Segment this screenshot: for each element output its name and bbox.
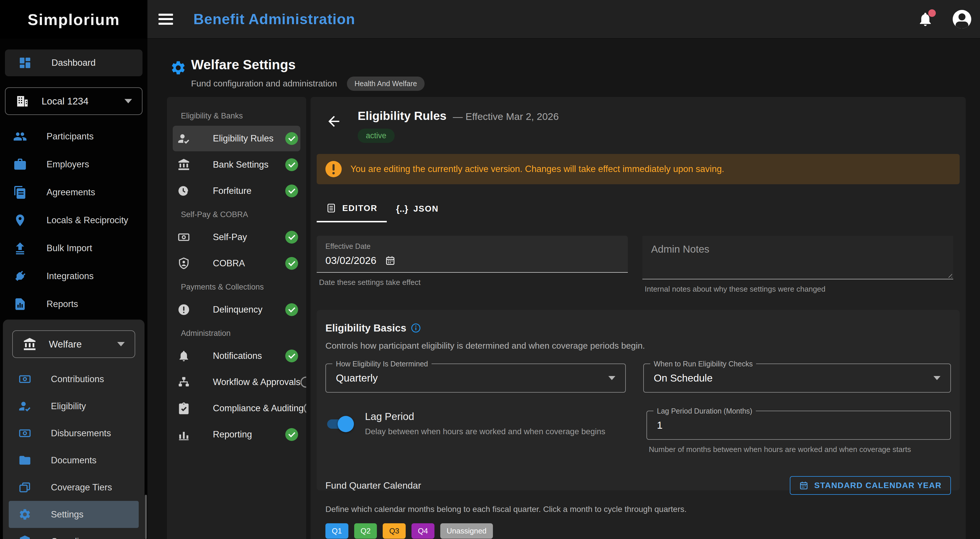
section-title: Eligibility Basics (325, 322, 406, 334)
chevron-down-icon (934, 376, 940, 380)
main-sidebar: Dashboard Local 1234 Participants Employ… (0, 39, 148, 539)
chevron-down-icon (608, 376, 615, 380)
admin-notes-helper: Internal notes about why these settings … (643, 285, 953, 293)
legend-chip-q1[interactable]: Q1 (325, 523, 348, 539)
sidebar-item-contributions[interactable]: Contributions (9, 365, 139, 392)
top-bar: Simplorium Benefit Administration (0, 0, 980, 39)
json-braces-icon: {..} (396, 204, 408, 214)
bank-icon (177, 158, 190, 171)
meta-form-row: Effective Date 03/02/2026 Date these set… (317, 236, 959, 293)
editor-header: Eligibility Rules — Effective Mar 2, 202… (326, 109, 959, 143)
folder-icon (18, 454, 32, 467)
clipboard-check-icon (177, 402, 190, 415)
info-icon[interactable] (411, 323, 421, 333)
sidebar-item-employers[interactable]: Employers (0, 150, 148, 179)
settings-nav-item-reporting[interactable]: Reporting (173, 422, 301, 447)
legend-chip-unassigned[interactable]: Unassigned (440, 523, 493, 539)
settings-nav-item-bank-settings[interactable]: Bank Settings (173, 152, 301, 177)
settings-nav-section-header: Payments & Collections (181, 282, 301, 292)
sidebar-item-coverage-tiers[interactable]: Coverage Tiers (9, 474, 139, 501)
people-icon (13, 129, 27, 144)
sidebar-item-eligibility[interactable]: Eligibility (9, 392, 139, 420)
account-avatar-icon[interactable] (953, 10, 971, 29)
settings-nav-section-header: Eligibility & Banks (181, 112, 301, 121)
sidebar-item-agreements[interactable]: Agreements (0, 179, 148, 206)
app-logo: Simplorium (28, 11, 120, 29)
money-icon (18, 427, 32, 440)
sidebar-item-participants[interactable]: Participants (0, 123, 148, 150)
tab-editor[interactable]: EDITOR (317, 196, 387, 222)
sidebar-nav: Participants Employers Agreements Locals… (0, 123, 148, 318)
standard-calendar-year-button[interactable]: STANDARD CALENDAR YEAR (790, 476, 951, 495)
person-check-icon (18, 400, 32, 413)
back-arrow-icon[interactable] (326, 113, 342, 129)
settings-nav-item-self-pay[interactable]: Self-Pay (173, 224, 301, 250)
complete-check-icon (285, 257, 298, 270)
lag-period-description: Delay between when hours are worked and … (365, 427, 605, 436)
notification-dot (928, 9, 936, 17)
settings-nav-item-compliance-auditing[interactable]: Compliance & Auditing (173, 395, 301, 421)
settings-nav-item-forfeiture[interactable]: Forfeiture (173, 178, 301, 204)
settings-nav-item-workflow-approvals[interactable]: Workflow & Approvals (173, 369, 301, 395)
settings-nav: Eligibility & Banks Eligibility Rules Ba… (167, 97, 306, 539)
lag-period-toggle[interactable] (325, 418, 352, 430)
documents-icon (13, 185, 27, 199)
admin-notes-field-group: Internal notes about why these settings … (643, 236, 953, 293)
lag-duration-input[interactable]: Lag Period Duration (Months) 1 (646, 411, 951, 440)
eligibility-determined-select[interactable]: How Eligibility Is Determined Quarterly (325, 364, 626, 392)
sidebar-item-documents[interactable]: Documents (9, 447, 139, 474)
bell-icon (177, 349, 190, 362)
legend-chip-q4[interactable]: Q4 (412, 523, 434, 539)
settings-nav-item-cobra[interactable]: COBRA (173, 250, 301, 276)
notifications-bell-icon[interactable] (917, 11, 934, 28)
complete-check-icon (285, 303, 298, 316)
settings-nav-item-delinquency[interactable]: Delinquency (173, 297, 301, 322)
sidebar-item-bulk-import[interactable]: Bulk Import (0, 234, 148, 262)
admin-notes-input[interactable] (651, 243, 945, 271)
shield-check-icon (18, 535, 32, 539)
settings-nav-section-header: Self-Pay & COBRA (181, 210, 301, 219)
sidebar-item-disbursements[interactable]: Disbursements (9, 420, 139, 447)
settings-nav-item-eligibility-rules[interactable]: Eligibility Rules (173, 126, 301, 151)
fund-select[interactable]: Welfare (12, 330, 135, 358)
logo-area: Simplorium (0, 0, 148, 39)
editor-card: Eligibility Rules — Effective Mar 2, 202… (310, 97, 966, 539)
settings-nav-section-header: Administration (181, 329, 301, 338)
sidebar-item-integrations[interactable]: Integrations (0, 262, 148, 290)
briefcase-icon (13, 158, 27, 171)
gear-icon (170, 60, 186, 76)
location-pin-icon (13, 213, 27, 227)
money-icon (177, 231, 190, 244)
sidebar-item-settings[interactable]: Settings (9, 501, 139, 528)
resize-handle[interactable] (946, 272, 952, 277)
eligibility-checks-select[interactable]: When to Run Eligibility Checks On Schedu… (643, 364, 951, 392)
sidebar-item-compliance[interactable]: Compliance (9, 528, 139, 539)
complete-check-icon (285, 132, 298, 145)
calendar-icon[interactable] (385, 255, 396, 266)
plug-icon (13, 269, 27, 283)
legend-chip-q2[interactable]: Q2 (354, 523, 377, 539)
effective-date-input[interactable]: Effective Date 03/02/2026 (317, 236, 628, 273)
settings-nav-item-notifications[interactable]: Notifications (173, 343, 301, 369)
local-select[interactable]: Local 1234 (5, 87, 143, 115)
complete-check-icon (285, 185, 298, 197)
sidebar-item-locals-reciprocity[interactable]: Locals & Reciprocity (0, 206, 148, 234)
tab-json[interactable]: {..} JSON (387, 196, 448, 222)
sidebar-scrollbar[interactable] (145, 495, 147, 539)
legend-chip-q3[interactable]: Q3 (383, 523, 406, 539)
editor-title: Eligibility Rules (358, 109, 446, 123)
bank-icon (23, 337, 37, 351)
shield-person-icon (177, 257, 190, 270)
money-icon (18, 373, 32, 386)
sidebar-item-dashboard[interactable]: Dashboard (5, 49, 143, 76)
pending-circle-icon (301, 376, 306, 388)
complete-check-icon (285, 231, 298, 244)
fund-quarter-calendar-section: Fund Quarter Calendar STANDARD CALENDAR … (325, 476, 951, 539)
sidebar-item-reports[interactable]: Reports (0, 290, 148, 318)
effective-date-helper: Date these settings take effect (317, 278, 628, 287)
editor-tabs: EDITOR {..} JSON (317, 196, 959, 222)
building-icon (16, 94, 29, 108)
alert-circle-icon (177, 303, 190, 316)
app-title: Benefit Administration (193, 11, 355, 28)
hamburger-menu-icon[interactable] (159, 14, 173, 25)
